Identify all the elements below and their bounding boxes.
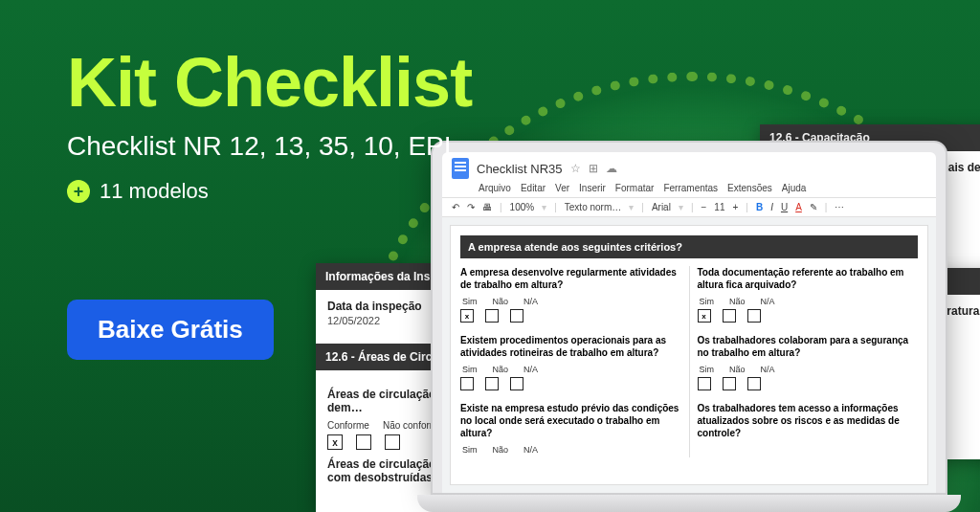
doc-page: A empresa atende aos seguintes critérios… xyxy=(450,225,928,485)
google-doc: Checklist NR35 ☆ ⊞ ☁ Arquivo Editar Ver … xyxy=(442,152,936,493)
doc-titlebar: Checklist NR35 ☆ ⊞ ☁ xyxy=(442,152,936,183)
checkbox[interactable]: x xyxy=(327,434,343,450)
column-right: Toda documentação referente ao trabalho … xyxy=(698,266,919,457)
question-text: Os trabalhadores tem acesso a informaçõe… xyxy=(698,402,919,439)
hero-section: Kit Checklist Checklist NR 12, 13, 35, 1… xyxy=(67,43,472,360)
laptop-mockup: Checklist NR35 ☆ ⊞ ☁ Arquivo Editar Ver … xyxy=(431,141,947,512)
menu-item[interactable]: Ver xyxy=(555,183,569,193)
style-select[interactable]: Texto norm… xyxy=(565,202,621,212)
doc-toolbar: ↶ ↷ 🖶 | 100% ▾ | Texto norm… ▾ | Arial ▾… xyxy=(442,197,936,217)
question-text: Existe na empresa estudo prévio das cond… xyxy=(460,402,681,439)
subtitle: Checklist NR 12, 13, 35, 10, EPI xyxy=(67,131,472,162)
checkbox[interactable] xyxy=(723,309,736,323)
doc-menubar: Arquivo Editar Ver Inserir Formatar Ferr… xyxy=(442,183,936,197)
checkbox[interactable] xyxy=(510,309,523,323)
zoom-select[interactable]: 100% xyxy=(510,202,535,212)
laptop-screen: Checklist NR35 ☆ ⊞ ☁ Arquivo Editar Ver … xyxy=(431,141,947,495)
menu-item[interactable]: Formatar xyxy=(615,183,655,193)
download-button[interactable]: Baixe Grátis xyxy=(67,300,274,360)
highlight-button[interactable]: ✎ xyxy=(810,202,817,212)
checkbox[interactable] xyxy=(356,434,371,450)
cloud-icon[interactable]: ☁ xyxy=(606,162,617,175)
question-text: Existem procedimentos operacionais para … xyxy=(460,334,681,359)
menu-item[interactable]: Ajuda xyxy=(782,183,807,193)
plus-icon: + xyxy=(67,180,90,203)
size-dec[interactable]: − xyxy=(702,202,707,212)
font-size[interactable]: 11 xyxy=(714,202,724,212)
page-header: A empresa atende aos seguintes critérios… xyxy=(460,235,918,258)
columns: A empresa desenvolve regularmente ativid… xyxy=(460,266,918,457)
checkbox[interactable] xyxy=(747,377,761,390)
question-text: Toda documentação referente ao trabalho … xyxy=(698,266,919,291)
checkbox[interactable] xyxy=(485,309,499,323)
doc-title: Checklist NR35 xyxy=(477,162,563,176)
doc-canvas: A empresa atende aos seguintes critérios… xyxy=(442,217,936,493)
folder-icon[interactable]: ⊞ xyxy=(589,162,598,175)
page-title: Kit Checklist xyxy=(67,43,472,122)
checkbox[interactable]: x xyxy=(698,309,711,323)
checkbox[interactable] xyxy=(460,377,474,390)
italic-button[interactable]: I xyxy=(770,202,773,212)
models-row: + 11 modelos xyxy=(67,179,472,204)
print-icon[interactable]: 🖶 xyxy=(482,202,492,212)
checkbox[interactable] xyxy=(385,434,400,450)
models-count: 11 modelos xyxy=(100,179,209,204)
checkbox[interactable] xyxy=(510,377,523,390)
menu-item[interactable]: Arquivo xyxy=(479,183,511,193)
text-color-button[interactable]: A xyxy=(795,202,802,212)
font-select[interactable]: Arial xyxy=(652,202,671,212)
checkbox[interactable] xyxy=(747,309,761,323)
question-text: A empresa desenvolve regularmente ativid… xyxy=(460,266,681,291)
checkbox[interactable] xyxy=(723,377,736,390)
size-inc[interactable]: + xyxy=(732,202,738,212)
checkbox[interactable] xyxy=(698,377,711,390)
column-left: A empresa desenvolve regularmente ativid… xyxy=(460,266,690,457)
opt-label: Conforme xyxy=(327,420,369,431)
menu-item[interactable]: Ferramentas xyxy=(663,183,718,193)
menu-item[interactable]: Editar xyxy=(521,183,546,193)
bold-button[interactable]: B xyxy=(756,202,763,212)
star-icon[interactable]: ☆ xyxy=(570,162,581,175)
more-icon[interactable]: ⋯ xyxy=(835,202,844,212)
question-text: Os trabalhadores colaboram para a segura… xyxy=(698,334,919,359)
menu-item[interactable]: Inserir xyxy=(579,183,606,193)
laptop-base xyxy=(417,495,961,512)
menu-item[interactable]: Extensões xyxy=(727,183,772,193)
checkbox[interactable] xyxy=(485,377,499,390)
underline-button[interactable]: U xyxy=(781,202,788,212)
